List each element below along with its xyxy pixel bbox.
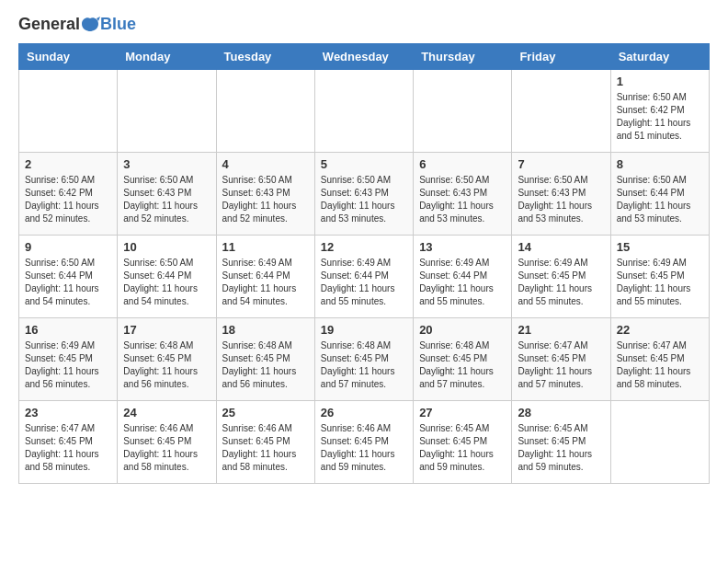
- day-info: Sunrise: 6:50 AM Sunset: 6:42 PM Dayligh…: [25, 174, 111, 225]
- calendar-cell: 23Sunrise: 6:47 AM Sunset: 6:45 PM Dayli…: [19, 401, 118, 484]
- calendar-header-row: SundayMondayTuesdayWednesdayThursdayFrid…: [19, 44, 710, 70]
- calendar-cell: 12Sunrise: 6:49 AM Sunset: 6:44 PM Dayli…: [314, 236, 413, 318]
- day-info: Sunrise: 6:50 AM Sunset: 6:43 PM Dayligh…: [518, 174, 604, 225]
- calendar-cell: 21Sunrise: 6:47 AM Sunset: 6:45 PM Dayli…: [512, 318, 610, 401]
- day-number: 20: [419, 323, 506, 337]
- logo: GeneralBlue: [18, 15, 136, 34]
- day-info: Sunrise: 6:49 AM Sunset: 6:44 PM Dayligh…: [419, 257, 506, 308]
- calendar-cell: [118, 70, 216, 153]
- day-info: Sunrise: 6:49 AM Sunset: 6:45 PM Dayligh…: [518, 257, 604, 308]
- calendar-cell: 26Sunrise: 6:46 AM Sunset: 6:45 PM Dayli…: [314, 401, 413, 484]
- calendar-cell: 17Sunrise: 6:48 AM Sunset: 6:45 PM Dayli…: [118, 318, 216, 401]
- day-number: 14: [518, 240, 604, 254]
- calendar-cell: 8Sunrise: 6:50 AM Sunset: 6:44 PM Daylig…: [610, 153, 709, 236]
- calendar-week-row: 9Sunrise: 6:50 AM Sunset: 6:44 PM Daylig…: [19, 236, 710, 318]
- day-of-week-header: Thursday: [414, 44, 512, 70]
- day-info: Sunrise: 6:45 AM Sunset: 6:45 PM Dayligh…: [419, 422, 506, 474]
- day-info: Sunrise: 6:48 AM Sunset: 6:45 PM Dayligh…: [123, 339, 210, 391]
- day-number: 28: [518, 406, 604, 419]
- day-of-week-header: Monday: [118, 44, 216, 70]
- calendar-cell: [314, 70, 413, 153]
- calendar-cell: 4Sunrise: 6:50 AM Sunset: 6:43 PM Daylig…: [216, 153, 314, 236]
- logo-blue: Blue: [100, 15, 136, 34]
- calendar-cell: 15Sunrise: 6:49 AM Sunset: 6:45 PM Dayli…: [610, 236, 709, 318]
- day-of-week-header: Friday: [512, 44, 610, 70]
- day-number: 22: [617, 323, 703, 337]
- day-of-week-header: Saturday: [610, 44, 709, 70]
- calendar-cell: 7Sunrise: 6:50 AM Sunset: 6:43 PM Daylig…: [512, 153, 610, 236]
- calendar-cell: 25Sunrise: 6:46 AM Sunset: 6:45 PM Dayli…: [216, 401, 314, 484]
- day-number: 16: [25, 323, 111, 337]
- calendar-table: SundayMondayTuesdayWednesdayThursdayFrid…: [18, 43, 710, 484]
- day-info: Sunrise: 6:47 AM Sunset: 6:45 PM Dayligh…: [25, 422, 111, 474]
- day-number: 17: [123, 323, 210, 337]
- day-number: 18: [222, 323, 309, 337]
- logo-text: GeneralBlue: [18, 15, 136, 34]
- calendar-cell: 11Sunrise: 6:49 AM Sunset: 6:44 PM Dayli…: [216, 236, 314, 318]
- day-info: Sunrise: 6:49 AM Sunset: 6:45 PM Dayligh…: [617, 257, 703, 308]
- day-info: Sunrise: 6:49 AM Sunset: 6:45 PM Dayligh…: [25, 339, 111, 391]
- calendar-cell: 24Sunrise: 6:46 AM Sunset: 6:45 PM Dayli…: [118, 401, 216, 484]
- calendar-cell: [512, 70, 610, 153]
- calendar-cell: 28Sunrise: 6:45 AM Sunset: 6:45 PM Dayli…: [512, 401, 610, 484]
- calendar-cell: 16Sunrise: 6:49 AM Sunset: 6:45 PM Dayli…: [19, 318, 118, 401]
- calendar-cell: 3Sunrise: 6:50 AM Sunset: 6:43 PM Daylig…: [118, 153, 216, 236]
- day-number: 24: [123, 406, 210, 419]
- calendar-cell: [610, 401, 709, 484]
- calendar-cell: 27Sunrise: 6:45 AM Sunset: 6:45 PM Dayli…: [414, 401, 512, 484]
- day-number: 15: [617, 240, 703, 254]
- calendar-cell: 1Sunrise: 6:50 AM Sunset: 6:42 PM Daylig…: [610, 70, 709, 153]
- day-info: Sunrise: 6:50 AM Sunset: 6:44 PM Dayligh…: [617, 174, 703, 225]
- day-info: Sunrise: 6:46 AM Sunset: 6:45 PM Dayligh…: [321, 422, 407, 474]
- day-number: 7: [518, 157, 604, 171]
- day-info: Sunrise: 6:50 AM Sunset: 6:42 PM Dayligh…: [617, 91, 703, 143]
- day-number: 2: [25, 157, 111, 171]
- day-of-week-header: Tuesday: [216, 44, 314, 70]
- day-number: 25: [222, 406, 309, 419]
- page-container: GeneralBlue SundayMondayTuesdayWednesday…: [0, 0, 728, 499]
- day-info: Sunrise: 6:49 AM Sunset: 6:44 PM Dayligh…: [321, 257, 407, 308]
- day-info: Sunrise: 6:50 AM Sunset: 6:44 PM Dayligh…: [25, 257, 111, 308]
- day-number: 13: [419, 240, 506, 254]
- calendar-cell: 6Sunrise: 6:50 AM Sunset: 6:43 PM Daylig…: [414, 153, 512, 236]
- day-info: Sunrise: 6:45 AM Sunset: 6:45 PM Dayligh…: [518, 422, 604, 474]
- day-number: 1: [617, 75, 703, 88]
- calendar-week-row: 23Sunrise: 6:47 AM Sunset: 6:45 PM Dayli…: [19, 401, 710, 484]
- day-number: 26: [321, 406, 407, 419]
- calendar-cell: 14Sunrise: 6:49 AM Sunset: 6:45 PM Dayli…: [512, 236, 610, 318]
- day-number: 10: [123, 240, 210, 254]
- calendar-cell: [414, 70, 512, 153]
- calendar-cell: [19, 70, 118, 153]
- day-info: Sunrise: 6:46 AM Sunset: 6:45 PM Dayligh…: [123, 422, 210, 474]
- day-info: Sunrise: 6:47 AM Sunset: 6:45 PM Dayligh…: [617, 339, 703, 391]
- day-number: 21: [518, 323, 604, 337]
- calendar-cell: 20Sunrise: 6:48 AM Sunset: 6:45 PM Dayli…: [414, 318, 512, 401]
- day-info: Sunrise: 6:50 AM Sunset: 6:44 PM Dayligh…: [123, 257, 210, 308]
- day-info: Sunrise: 6:48 AM Sunset: 6:45 PM Dayligh…: [222, 339, 309, 391]
- day-info: Sunrise: 6:48 AM Sunset: 6:45 PM Dayligh…: [321, 339, 407, 391]
- calendar-cell: 22Sunrise: 6:47 AM Sunset: 6:45 PM Dayli…: [610, 318, 709, 401]
- day-number: 11: [222, 240, 309, 254]
- day-info: Sunrise: 6:50 AM Sunset: 6:43 PM Dayligh…: [321, 174, 407, 225]
- calendar-cell: [216, 70, 314, 153]
- day-number: 27: [419, 406, 506, 419]
- day-number: 9: [25, 240, 111, 254]
- day-number: 5: [321, 157, 407, 171]
- day-of-week-header: Wednesday: [314, 44, 413, 70]
- day-info: Sunrise: 6:46 AM Sunset: 6:45 PM Dayligh…: [222, 422, 309, 474]
- day-info: Sunrise: 6:48 AM Sunset: 6:45 PM Dayligh…: [419, 339, 506, 391]
- calendar-week-row: 2Sunrise: 6:50 AM Sunset: 6:42 PM Daylig…: [19, 153, 710, 236]
- calendar-week-row: 1Sunrise: 6:50 AM Sunset: 6:42 PM Daylig…: [19, 70, 710, 153]
- day-info: Sunrise: 6:47 AM Sunset: 6:45 PM Dayligh…: [518, 339, 604, 391]
- calendar-cell: 19Sunrise: 6:48 AM Sunset: 6:45 PM Dayli…: [314, 318, 413, 401]
- day-number: 6: [419, 157, 506, 171]
- day-number: 4: [222, 157, 309, 171]
- page-header: GeneralBlue: [18, 15, 710, 34]
- day-info: Sunrise: 6:50 AM Sunset: 6:43 PM Dayligh…: [222, 174, 309, 225]
- calendar-cell: 10Sunrise: 6:50 AM Sunset: 6:44 PM Dayli…: [118, 236, 216, 318]
- calendar-cell: 2Sunrise: 6:50 AM Sunset: 6:42 PM Daylig…: [19, 153, 118, 236]
- day-info: Sunrise: 6:49 AM Sunset: 6:44 PM Dayligh…: [222, 257, 309, 308]
- logo-general: General: [18, 15, 80, 34]
- day-of-week-header: Sunday: [19, 44, 118, 70]
- day-number: 23: [25, 406, 111, 419]
